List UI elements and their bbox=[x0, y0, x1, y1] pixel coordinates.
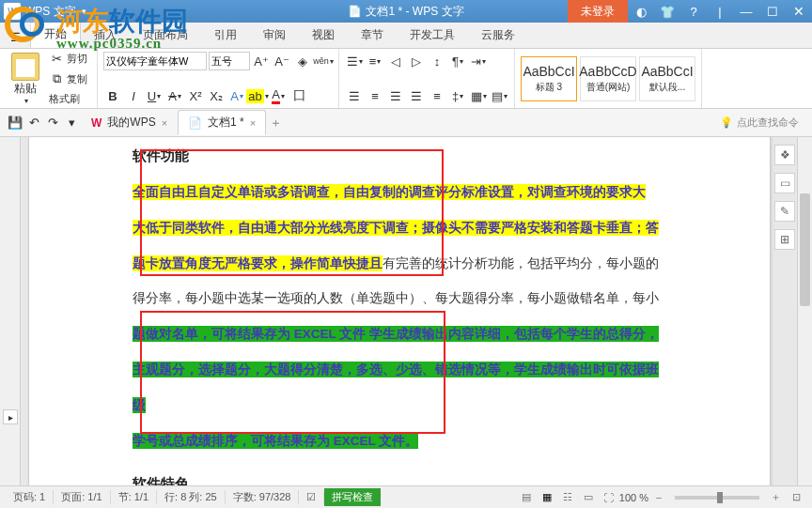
distribute-button[interactable]: ≡ bbox=[428, 86, 446, 105]
superscript-button[interactable]: X² bbox=[186, 86, 205, 105]
tab-insert[interactable]: 插入 bbox=[81, 23, 130, 48]
grow-font-button[interactable]: A⁺ bbox=[252, 52, 271, 70]
command-search[interactable]: 💡 点此查找命令 bbox=[720, 115, 806, 130]
ribbon: 粘贴▾ ✂剪切 ⧉复制 格式刷 A⁺ A⁻ ◈ wěn▾ B I U▾ A▾ X… bbox=[0, 49, 812, 109]
tab-chapter[interactable]: 章节 bbox=[348, 23, 397, 48]
maximize-button[interactable]: ☐ bbox=[759, 0, 786, 23]
select-tool-icon[interactable]: ▭ bbox=[774, 173, 795, 193]
status-word-count[interactable]: 字数: 97/328 bbox=[226, 490, 300, 504]
qat-more-icon[interactable]: ▾ bbox=[62, 114, 81, 132]
page[interactable]: 软件功能 全面自由且自定义单语或多语调查，自由复制的调查评分标准设置，对调查环境… bbox=[28, 137, 771, 485]
theme-icon[interactable]: ◐ bbox=[628, 0, 654, 23]
tab-doc1[interactable]: 📄 文档1 * × bbox=[178, 110, 266, 135]
char-shading-button[interactable]: 囗 bbox=[289, 86, 308, 105]
document-tabs: 💾 ↶ ↷ ▾ W 我的WPS × 📄 文档1 * × ＋ 💡 点此查找命令 bbox=[0, 109, 812, 137]
bold-button[interactable]: B bbox=[103, 86, 122, 105]
paste-button[interactable]: 粘贴▾ bbox=[6, 51, 45, 107]
line-spacing-button[interactable]: ‡▾ bbox=[448, 86, 467, 105]
status-spell-check[interactable]: 拼写检查 bbox=[324, 488, 381, 506]
font-name-select[interactable] bbox=[103, 52, 207, 70]
para-7: 学号或总成绩排序，可将结果存为 EXCEL 文件。 bbox=[133, 423, 666, 459]
view-print-layout-icon[interactable]: ▤ bbox=[516, 489, 537, 506]
borders-button[interactable]: ▤▾ bbox=[490, 86, 508, 105]
scrollbar-thumb[interactable] bbox=[800, 193, 810, 306]
para-2: 大低于同类软件，自由通大部分光线亮度下调查；摄像头不需要严格安装和答题卡垂直；答 bbox=[133, 210, 666, 246]
tab-my-wps[interactable]: W 我的WPS × bbox=[81, 110, 178, 135]
zoom-in-button[interactable]: ＋ bbox=[765, 489, 786, 506]
login-button[interactable]: 未登录 bbox=[568, 0, 628, 23]
status-section[interactable]: 节: 1/1 bbox=[111, 490, 157, 504]
app-name: WPS 文字 bbox=[24, 4, 76, 20]
view-web-icon[interactable]: ☷ bbox=[557, 489, 578, 506]
format-painter-button[interactable]: 格式刷 bbox=[45, 90, 91, 108]
zoom-out-button[interactable]: − bbox=[648, 489, 669, 506]
clear-format-button[interactable]: ◈ bbox=[293, 52, 312, 70]
underline-button[interactable]: U▾ bbox=[145, 86, 164, 105]
increase-indent-button[interactable]: ▷ bbox=[407, 52, 426, 70]
zoom-slider[interactable] bbox=[675, 496, 759, 500]
close-button[interactable]: ✕ bbox=[786, 0, 812, 23]
save-icon[interactable]: 💾 bbox=[6, 114, 24, 132]
close-icon[interactable]: × bbox=[250, 117, 256, 129]
strikethrough-button[interactable]: A▾ bbox=[165, 86, 184, 105]
tab-home[interactable]: 开始 bbox=[30, 21, 81, 48]
status-mode-icon[interactable]: ☑ bbox=[299, 491, 324, 503]
para-4: 得分率，每小题中选某一选项的人数（单选题中）、每大题得分率，每小题做错名单，每小 bbox=[133, 281, 666, 316]
undo-icon[interactable]: ↶ bbox=[24, 114, 43, 132]
shading-button[interactable]: ▦▾ bbox=[469, 86, 488, 105]
redo-icon[interactable]: ↷ bbox=[43, 114, 62, 132]
italic-button[interactable]: I bbox=[124, 86, 143, 105]
tab-cloud[interactable]: 云服务 bbox=[468, 23, 528, 48]
decrease-indent-button[interactable]: ◁ bbox=[386, 52, 405, 70]
text-effects-button[interactable]: A▾ bbox=[227, 86, 246, 105]
tab-developer[interactable]: 开发工具 bbox=[397, 23, 468, 48]
copy-button[interactable]: ⧉复制 bbox=[45, 69, 91, 88]
subscript-button[interactable]: X₂ bbox=[207, 86, 226, 105]
align-left-button[interactable]: ☰ bbox=[345, 86, 364, 105]
tool-3-icon[interactable]: ✎ bbox=[774, 201, 795, 222]
sort-button[interactable]: ↕ bbox=[428, 52, 446, 70]
para-3: 题卡放置角度无严格要求，操作简单快捷且有完善的统计分析功能，包括平均分，每小题的 bbox=[133, 246, 666, 282]
vertical-ruler bbox=[0, 137, 21, 485]
close-icon[interactable]: × bbox=[162, 117, 167, 129]
menu-dropdown-icon[interactable]: ☰▾ bbox=[6, 27, 30, 48]
style-normal-web[interactable]: AaBbCcD 普通(网站) bbox=[580, 56, 636, 101]
tab-page-layout[interactable]: 页面布局 bbox=[130, 23, 201, 48]
scissors-icon: ✂ bbox=[49, 51, 64, 66]
help-icon[interactable]: ? bbox=[680, 0, 707, 23]
tab-review[interactable]: 审阅 bbox=[250, 23, 299, 48]
shrink-font-button[interactable]: A⁻ bbox=[273, 52, 291, 70]
align-center-button[interactable]: ≡ bbox=[366, 86, 384, 105]
cut-button[interactable]: ✂剪切 bbox=[45, 49, 91, 68]
outline-toggle[interactable]: ▸ bbox=[3, 409, 18, 424]
show-marks-button[interactable]: ¶▾ bbox=[448, 52, 467, 70]
fit-page-icon[interactable]: ⊡ bbox=[786, 489, 806, 506]
tool-4-icon[interactable]: ⊞ bbox=[774, 229, 795, 250]
style-default[interactable]: AaBbCcI 默认段... bbox=[639, 56, 695, 101]
change-case-button[interactable]: wěn▾ bbox=[314, 52, 333, 70]
style-heading3[interactable]: AaBbCcI 标题 3 bbox=[521, 56, 577, 101]
tab-button[interactable]: ⇥▾ bbox=[469, 52, 488, 70]
bullets-button[interactable]: ☰▾ bbox=[345, 52, 364, 70]
view-outline-icon[interactable]: ▭ bbox=[578, 489, 599, 506]
view-fullscreen-icon[interactable]: ⛶ bbox=[599, 489, 619, 506]
vertical-scrollbar[interactable] bbox=[797, 137, 812, 485]
nav-pane-icon[interactable]: ❖ bbox=[774, 145, 795, 165]
font-size-select[interactable] bbox=[209, 52, 250, 70]
status-page-count[interactable]: 页面: 1/1 bbox=[54, 490, 110, 504]
font-color-button[interactable]: A▾ bbox=[269, 86, 288, 105]
numbering-button[interactable]: ≡▾ bbox=[366, 52, 384, 70]
status-position[interactable]: 行: 8 列: 25 bbox=[157, 490, 226, 504]
status-page-number[interactable]: 页码: 1 bbox=[6, 490, 54, 504]
tab-references[interactable]: 引用 bbox=[201, 23, 250, 48]
new-tab-button[interactable]: ＋ bbox=[266, 114, 285, 132]
highlight-button[interactable]: ab▾ bbox=[248, 86, 267, 105]
align-justify-button[interactable]: ☰ bbox=[407, 86, 426, 105]
doc-icon: 📄 bbox=[188, 116, 202, 130]
zoom-level[interactable]: 100 % bbox=[619, 492, 648, 503]
minimize-button[interactable]: — bbox=[733, 0, 759, 23]
align-right-button[interactable]: ☰ bbox=[386, 86, 405, 105]
tab-view[interactable]: 视图 bbox=[299, 23, 348, 48]
shirt-icon[interactable]: 👕 bbox=[654, 0, 680, 23]
view-read-icon[interactable]: ▦ bbox=[537, 489, 557, 506]
